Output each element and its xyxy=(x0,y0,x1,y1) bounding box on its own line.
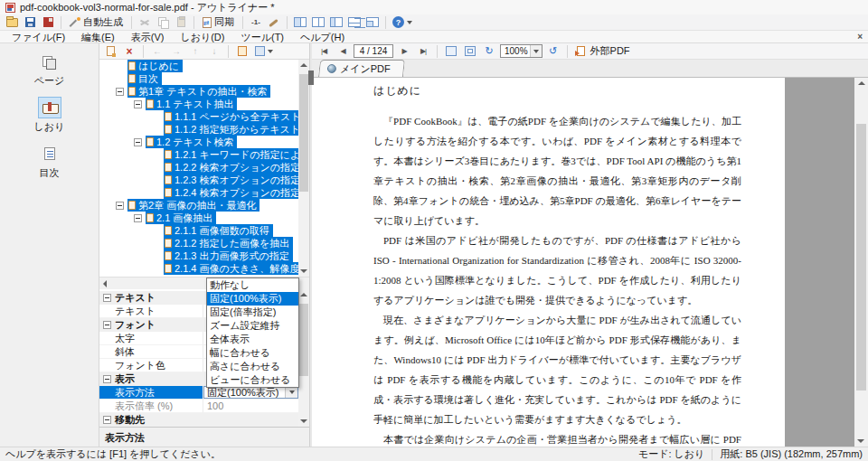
outline-item[interactable]: 1.2.2 検索オプションの指定：検索対象文 xyxy=(99,161,298,174)
scroll-down-icon xyxy=(857,439,864,443)
display-method-combobox[interactable]: 固定(100%表示) xyxy=(203,386,298,399)
help-button[interactable]: ? xyxy=(391,15,414,30)
menu-item[interactable]: 表示(V) xyxy=(123,31,173,43)
sidebar-item-page[interactable]: ページ xyxy=(34,51,65,88)
outline-item[interactable]: 2.1.4 画像の大きさ、解像度を取得 xyxy=(99,262,298,275)
outline-item[interactable]: 1.1.1 ページから全テキスト抽出 xyxy=(99,110,298,123)
property-label: 表示倍率 (%) xyxy=(99,400,203,413)
add-bookmark-button[interactable] xyxy=(102,44,118,59)
sidebar-item-toc[interactable]: 目次 xyxy=(38,143,61,180)
outline-item[interactable]: 目次 xyxy=(99,72,298,85)
fit-page-button[interactable] xyxy=(462,44,478,59)
outline-item[interactable]: 1.2 テキスト検索 xyxy=(99,136,298,148)
collapse-icon[interactable] xyxy=(103,416,111,424)
combobox-dropdown-button[interactable] xyxy=(285,387,297,398)
outline-item[interactable]: 2.1.2 指定した画像を抽出 xyxy=(99,237,298,249)
last-page-button[interactable]: ▶| xyxy=(415,44,431,59)
menu-item[interactable]: ツール(T) xyxy=(232,31,292,43)
collapse-icon[interactable] xyxy=(134,100,142,108)
collapse-icon[interactable] xyxy=(116,202,124,210)
outline-item[interactable]: 2.1 画像抽出 xyxy=(99,212,298,224)
scrollbar-thumb[interactable] xyxy=(856,124,866,390)
menubar-close-icon[interactable]: × xyxy=(857,33,863,42)
layout-2-button[interactable] xyxy=(310,15,326,30)
layout-5-button[interactable] xyxy=(364,15,381,30)
collapse-icon[interactable] xyxy=(103,375,111,383)
outline-item[interactable]: 1.2.3 検索オプションの指定：取得順序 xyxy=(99,174,298,186)
dropdown-option[interactable]: ズーム設定維持 xyxy=(207,319,298,333)
view-options-button[interactable] xyxy=(253,44,275,59)
outline-item[interactable]: 2.1.1 画像個数の取得 xyxy=(99,224,298,237)
scrollbar-thumb[interactable] xyxy=(299,74,308,192)
edit-pen-button[interactable] xyxy=(266,15,282,30)
save-pdf-button[interactable] xyxy=(40,15,56,30)
collapse-icon[interactable] xyxy=(134,214,142,222)
property-label: テキスト xyxy=(99,305,203,318)
outline-item[interactable]: 1.1.2 指定矩形からテキストを抽出 xyxy=(99,123,298,136)
next-page-button[interactable]: ▶ xyxy=(396,44,412,59)
zoom-reset-icon: ↺ xyxy=(549,46,557,56)
action-button[interactable] xyxy=(234,44,250,59)
page-number-icon: -1- xyxy=(251,18,260,26)
sidebar-item-bookmark[interactable]: しおり xyxy=(34,97,65,134)
toolbar-separator xyxy=(242,16,243,29)
layout-1-button[interactable] xyxy=(292,15,308,30)
prev-page-button[interactable]: ◀ xyxy=(335,44,351,59)
outline-item[interactable]: 1.1 テキスト抽出 xyxy=(99,98,298,110)
auto-generate-button[interactable]: 自動生成 xyxy=(66,15,127,30)
outline-item[interactable]: はじめに xyxy=(99,60,298,72)
outline-item[interactable]: 第2章 画像の抽出・最適化 xyxy=(99,199,298,212)
menu-item[interactable]: ファイル(F) xyxy=(4,31,73,43)
menu-item[interactable]: 編集(E) xyxy=(73,31,123,43)
tab-main-pdf[interactable]: メインPDF xyxy=(318,60,405,77)
property-description-panel: 表示方法 xyxy=(99,427,309,447)
dropdown-option[interactable]: 固定(100%表示) xyxy=(207,292,298,306)
outline-item[interactable]: 1.2.1 キーワードの指定による検索 xyxy=(99,148,298,161)
sync-button[interactable]: 同期 xyxy=(199,15,238,30)
delete-bookmark-button[interactable]: × xyxy=(121,44,137,59)
action-icon xyxy=(238,46,247,56)
dropdown-option[interactable]: 固定(倍率指定) xyxy=(207,306,298,319)
outline-item[interactable]: 第1章 テキストの抽出・検索 xyxy=(99,85,298,98)
page-number-button[interactable]: -1- xyxy=(248,15,264,30)
fit-width-button[interactable] xyxy=(443,44,459,59)
outline-item-label: 1.2 テキスト検索 xyxy=(156,136,233,148)
first-page-button[interactable]: |◀ xyxy=(316,44,332,59)
outline-item-label: 目次 xyxy=(138,72,158,85)
dropdown-option[interactable]: ビューに合わせる xyxy=(207,373,298,387)
rotate-button[interactable]: ↻ xyxy=(481,44,497,59)
collapse-icon[interactable] xyxy=(116,88,124,96)
outline-item[interactable]: 2.1.3 出力画像形式の指定 xyxy=(99,249,298,262)
pdf-vertical-scrollbar[interactable] xyxy=(854,78,868,447)
dropdown-option[interactable]: 高さに合わせる xyxy=(207,360,298,373)
layout-3-button[interactable] xyxy=(328,15,344,30)
collapse-icon[interactable] xyxy=(103,321,111,329)
scrollbar-thumb[interactable] xyxy=(299,304,308,376)
property-row[interactable]: 表示方法固定(100%表示) xyxy=(99,386,298,400)
collapse-icon[interactable] xyxy=(103,294,111,302)
menu-item[interactable]: しおり(D) xyxy=(172,31,232,43)
status-paper: 用紙: B5 (JIS) (182mm, 257mm) xyxy=(720,447,863,461)
outline-item[interactable]: 1.2.4 検索オプションの指定：同一行とみな xyxy=(99,186,298,199)
page-indicator[interactable]: 4 / 124 xyxy=(354,44,393,58)
prev-page-icon: ◀ xyxy=(340,47,344,55)
open-button[interactable] xyxy=(4,15,20,30)
zoom-combo[interactable]: 100% xyxy=(500,44,542,58)
layout-4-button[interactable] xyxy=(346,15,363,30)
dropdown-option[interactable]: 全体表示 xyxy=(207,333,298,346)
zoom-reset-button[interactable]: ↺ xyxy=(545,44,561,59)
external-pdf-button[interactable]: 外部PDF xyxy=(573,44,634,59)
layout-split-left-icon xyxy=(294,17,307,27)
collapse-icon[interactable] xyxy=(134,138,142,146)
property-label: フォント色 xyxy=(99,359,203,372)
menu-item[interactable]: ヘルプ(H) xyxy=(292,31,353,43)
dropdown-option[interactable]: 幅に合わせる xyxy=(207,346,298,360)
property-row[interactable]: 表示倍率 (%)100 xyxy=(99,400,298,413)
property-vertical-scrollbar[interactable] xyxy=(298,289,309,427)
splitter-grip[interactable] xyxy=(308,71,314,85)
save-button[interactable] xyxy=(22,15,38,30)
dropdown-option[interactable]: 動作なし xyxy=(207,278,298,292)
outline-vertical-scrollbar[interactable] xyxy=(298,60,309,277)
property-group[interactable]: 移動先 xyxy=(99,413,298,427)
zoom-combo-button[interactable] xyxy=(530,45,542,57)
